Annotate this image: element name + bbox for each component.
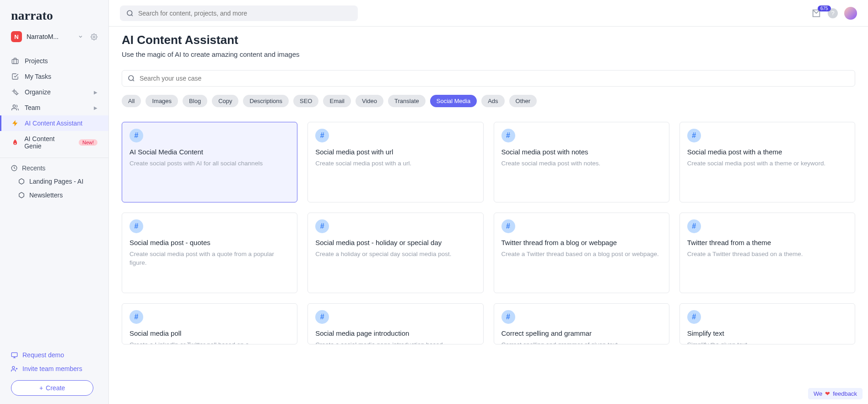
cogs-icon bbox=[11, 88, 19, 96]
svg-point-4 bbox=[13, 105, 15, 107]
link-label: Invite team members bbox=[22, 365, 82, 372]
box-icon bbox=[18, 178, 25, 185]
svg-rect-6 bbox=[11, 352, 17, 356]
svg-point-3 bbox=[16, 93, 17, 94]
usecase-card[interactable]: # Social media post with notes Create so… bbox=[494, 122, 669, 202]
card-title: Correct spelling and grammar bbox=[501, 329, 662, 337]
sidebar-item-projects[interactable]: Projects bbox=[0, 53, 108, 69]
card-title: Social media post with a theme bbox=[687, 148, 847, 156]
card-title: AI Social Media Content bbox=[129, 148, 290, 156]
recents-label: Recents bbox=[22, 164, 45, 172]
link-label: Request demo bbox=[22, 351, 64, 359]
recents-header: Recents bbox=[0, 158, 108, 175]
sidebar-item-label: My Tasks bbox=[25, 73, 51, 80]
sidebar-item-ai-genie[interactable]: AI Content Genie New! bbox=[0, 131, 108, 154]
global-search[interactable] bbox=[120, 5, 358, 21]
cards-grid: # AI Social Media Content Create social … bbox=[122, 122, 855, 344]
search-input[interactable] bbox=[138, 10, 351, 17]
card-title: Social media post - holiday or special d… bbox=[315, 239, 475, 246]
invite-team-link[interactable]: Invite team members bbox=[11, 362, 97, 376]
search-icon bbox=[128, 75, 135, 82]
logo: narrato bbox=[0, 0, 108, 28]
hash-icon: # bbox=[129, 129, 143, 142]
card-desc: Correct spelling and grammar of given te… bbox=[501, 341, 662, 344]
svg-point-9 bbox=[12, 366, 15, 368]
filter-pill-blog[interactable]: Blog bbox=[183, 95, 207, 107]
filter-pill-images[interactable]: Images bbox=[146, 95, 178, 107]
filter-pills: AllImagesBlogCopyDescriptionsSEOEmailVid… bbox=[122, 95, 855, 107]
card-desc: Simplify the given text bbox=[687, 341, 847, 344]
hash-icon: # bbox=[501, 310, 515, 324]
svg-point-0 bbox=[93, 36, 95, 38]
sidebar-item-organize[interactable]: Organize ▶ bbox=[0, 84, 108, 100]
svg-point-14 bbox=[129, 76, 134, 81]
filter-pill-video[interactable]: Video bbox=[356, 95, 383, 107]
sidebar-item-label: AI Content Genie bbox=[24, 135, 71, 150]
usecase-search[interactable] bbox=[122, 70, 855, 87]
plus-icon: + bbox=[39, 384, 43, 392]
create-button[interactable]: + Create bbox=[11, 380, 93, 396]
chevron-down-icon[interactable] bbox=[78, 34, 83, 39]
notifications-button[interactable]: 675 bbox=[811, 8, 821, 18]
hash-icon: # bbox=[501, 129, 515, 142]
usecase-card[interactable]: # Social media post - holiday or special… bbox=[307, 213, 483, 293]
card-desc: Create a LinkedIn or Twitter poll based … bbox=[129, 341, 290, 344]
filter-pill-ads[interactable]: Ads bbox=[481, 95, 504, 107]
sidebar-item-ai-assistant[interactable]: AI Content Assistant bbox=[0, 115, 108, 131]
svg-line-13 bbox=[131, 15, 133, 16]
hash-icon: # bbox=[129, 219, 143, 233]
sidebar-item-label: Projects bbox=[25, 57, 48, 65]
usecase-search-input[interactable] bbox=[140, 75, 849, 82]
recent-item[interactable]: Newsletters bbox=[0, 188, 108, 202]
usecase-card[interactable]: # Social media post with a theme Create … bbox=[679, 122, 855, 202]
svg-line-15 bbox=[133, 80, 134, 81]
card-title: Social media post with url bbox=[315, 148, 475, 156]
recent-item-label: Landing Pages - AI bbox=[29, 178, 83, 185]
filter-pill-copy[interactable]: Copy bbox=[212, 95, 238, 107]
user-plus-icon bbox=[11, 366, 18, 372]
usecase-card[interactable]: # Social media post with url Create soci… bbox=[307, 122, 483, 202]
request-demo-link[interactable]: Request demo bbox=[11, 348, 97, 362]
filter-pill-translate[interactable]: Translate bbox=[388, 95, 426, 107]
usecase-card[interactable]: # Social media poll Create a LinkedIn or… bbox=[122, 303, 297, 344]
usecase-card[interactable]: # Twitter thread from a theme Create a T… bbox=[679, 213, 855, 293]
filter-pill-descriptions[interactable]: Descriptions bbox=[243, 95, 289, 107]
heart-icon: ❤ bbox=[825, 390, 830, 397]
box-icon bbox=[18, 192, 25, 198]
recent-item[interactable]: Landing Pages - AI bbox=[0, 175, 108, 188]
card-title: Simplify text bbox=[687, 329, 847, 337]
filter-pill-social-media[interactable]: Social Media bbox=[430, 95, 477, 107]
usecase-card[interactable]: # Twitter thread from a blog or webpage … bbox=[494, 213, 669, 293]
card-desc: Create social media post with a url. bbox=[315, 159, 475, 168]
usecase-card[interactable]: # Correct spelling and grammar Correct s… bbox=[494, 303, 669, 344]
workspace-selector[interactable]: N NarratoM... bbox=[0, 28, 108, 49]
filter-pill-other[interactable]: Other bbox=[509, 95, 537, 107]
svg-rect-1 bbox=[12, 60, 18, 64]
usecase-card[interactable]: # Simplify text Simplify the given text bbox=[679, 303, 855, 344]
usecase-card[interactable]: # Social media page introduction Create … bbox=[307, 303, 483, 344]
workspace-badge: N bbox=[11, 31, 22, 42]
card-desc: Create social media post with notes. bbox=[501, 159, 662, 168]
filter-pill-all[interactable]: All bbox=[122, 95, 141, 107]
users-icon bbox=[11, 104, 19, 111]
usecase-card[interactable]: # Social media post - quotes Create soci… bbox=[122, 213, 297, 293]
caret-right-icon: ▶ bbox=[94, 90, 97, 95]
sidebar-item-team[interactable]: Team ▶ bbox=[0, 100, 108, 115]
hash-icon: # bbox=[315, 219, 329, 233]
recent-item-label: Newsletters bbox=[29, 191, 63, 199]
monitor-icon bbox=[11, 352, 18, 359]
avatar[interactable] bbox=[844, 7, 857, 20]
workspace-name: NarratoM... bbox=[27, 33, 73, 40]
filter-pill-email[interactable]: Email bbox=[323, 95, 351, 107]
card-desc: Create social media post with a theme or… bbox=[687, 159, 847, 168]
feedback-pre: We bbox=[814, 390, 822, 397]
card-desc: Create a holiday or special day social m… bbox=[315, 250, 475, 259]
filter-pill-seo[interactable]: SEO bbox=[293, 95, 318, 107]
card-title: Social media post with notes bbox=[501, 148, 662, 156]
usecase-card[interactable]: # AI Social Media Content Create social … bbox=[122, 122, 297, 202]
gear-icon[interactable] bbox=[91, 33, 97, 40]
card-title: Social media poll bbox=[129, 329, 290, 337]
feedback-button[interactable]: We ❤ feedback bbox=[808, 388, 863, 399]
sidebar-item-label: AI Content Assistant bbox=[25, 120, 82, 127]
sidebar-item-tasks[interactable]: My Tasks bbox=[0, 69, 108, 84]
